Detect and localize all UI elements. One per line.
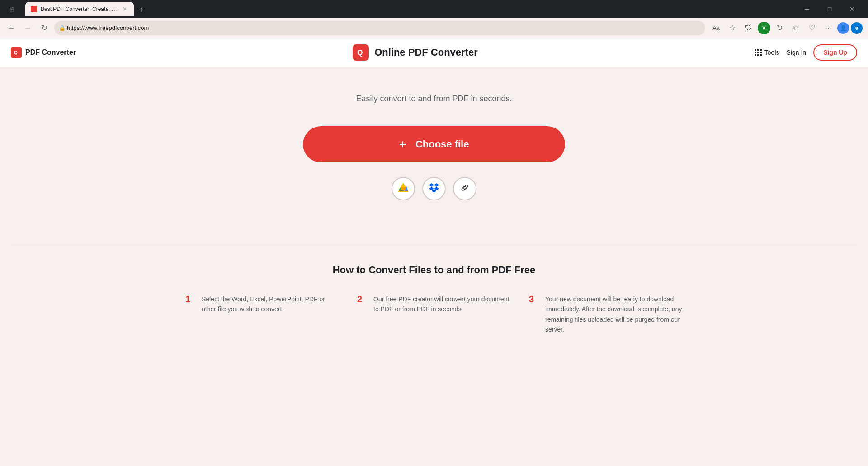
tagline: Easily convert to and from PDF in second… bbox=[356, 94, 512, 104]
refresh2-icon[interactable]: ↻ bbox=[772, 21, 787, 35]
tab-title: Best PDF Converter: Create, Com bbox=[41, 6, 118, 12]
close-button[interactable]: ✕ bbox=[842, 0, 863, 18]
step-1-number: 1 bbox=[185, 294, 194, 335]
logo-icon: Q bbox=[11, 47, 22, 58]
step-2: 2 Our free PDF creator will convert your… bbox=[357, 294, 511, 335]
upload-options bbox=[392, 177, 476, 200]
choose-file-label: Choose file bbox=[415, 138, 469, 150]
active-tab[interactable]: Best PDF Converter: Create, Com ✕ bbox=[25, 2, 134, 16]
tools-button[interactable]: Tools bbox=[755, 49, 779, 56]
logo-text: PDF Converter bbox=[25, 48, 76, 57]
link-icon bbox=[460, 183, 470, 195]
new-tab-button[interactable]: + bbox=[135, 4, 147, 16]
steps-section: How to Convert Files to and from PDF Fre… bbox=[185, 264, 683, 335]
step-3-text: Your new document will be ready to downl… bbox=[545, 294, 683, 335]
steps-grid: 1 Select the Word, Excel, PowerPoint, PD… bbox=[185, 294, 683, 335]
google-drive-button[interactable] bbox=[392, 177, 415, 200]
step-2-text: Our free PDF creator will convert your d… bbox=[373, 294, 511, 335]
toolbar-icons: Aa ☆ 🛡 V ↻ ⧉ ♡ ··· 👤 e bbox=[709, 21, 863, 35]
favorites-button[interactable]: ☆ bbox=[725, 21, 740, 35]
browser-chrome: ⊞ Best PDF Converter: Create, Com ✕ + ─ … bbox=[0, 0, 868, 18]
tools-label: Tools bbox=[764, 49, 779, 56]
tools-grid-icon bbox=[755, 49, 762, 56]
vpn-icon[interactable]: V bbox=[758, 22, 770, 34]
forward-button[interactable]: → bbox=[22, 22, 34, 34]
tab-favicon bbox=[31, 6, 37, 12]
sign-in-button[interactable]: Sign In bbox=[787, 49, 807, 56]
step-3-number: 3 bbox=[529, 294, 538, 335]
sign-up-button[interactable]: Sign Up bbox=[813, 44, 857, 61]
step-1-text: Select the Word, Excel, PowerPoint, PDF … bbox=[202, 294, 339, 335]
aa-button[interactable]: Aa bbox=[709, 21, 723, 35]
main-content: Easily convert to and from PDF in second… bbox=[0, 67, 868, 353]
splitscreen-icon[interactable]: ⧉ bbox=[788, 21, 803, 35]
site-logo[interactable]: Q PDF Converter bbox=[11, 47, 76, 58]
address-container: 🔒 bbox=[54, 21, 705, 35]
nav-logo-icon: Q bbox=[353, 44, 369, 61]
dropbox-icon bbox=[429, 182, 439, 195]
google-drive-icon bbox=[398, 183, 409, 195]
svg-text:Q: Q bbox=[14, 50, 18, 55]
tab-close-button[interactable]: ✕ bbox=[121, 5, 128, 13]
favorites2-icon[interactable]: ♡ bbox=[805, 21, 819, 35]
svg-text:Q: Q bbox=[357, 49, 363, 57]
browser-controls: ⊞ bbox=[5, 3, 18, 15]
minimize-button[interactable]: ─ bbox=[797, 0, 817, 18]
refresh-button[interactable]: ↻ bbox=[38, 22, 51, 34]
back-button[interactable]: ← bbox=[5, 22, 18, 34]
shield-icon[interactable]: 🛡 bbox=[741, 21, 756, 35]
site-actions: Tools Sign In Sign Up bbox=[755, 44, 857, 61]
plus-icon: + bbox=[399, 137, 406, 152]
dropbox-button[interactable] bbox=[422, 177, 446, 200]
edge-icon: e bbox=[851, 22, 863, 34]
lock-icon: 🔒 bbox=[59, 25, 66, 31]
profile-avatar[interactable]: 👤 bbox=[837, 22, 849, 34]
step-1: 1 Select the Word, Excel, PowerPoint, PD… bbox=[185, 294, 339, 335]
step-3: 3 Your new document will be ready to dow… bbox=[529, 294, 683, 335]
url-link-button[interactable] bbox=[453, 177, 476, 200]
steps-title: How to Convert Files to and from PDF Fre… bbox=[185, 264, 683, 276]
nav-title: Online PDF Converter bbox=[374, 47, 478, 58]
step-2-number: 2 bbox=[357, 294, 366, 335]
tab-bar: Best PDF Converter: Create, Com ✕ + bbox=[25, 2, 789, 16]
address-bar: ← → ↻ 🔒 Aa ☆ 🛡 V ↻ ⧉ ♡ ··· 👤 e bbox=[0, 18, 868, 38]
choose-file-button[interactable]: + Choose file bbox=[303, 126, 565, 162]
window-controls: ─ □ ✕ bbox=[797, 0, 863, 18]
maximize-button[interactable]: □ bbox=[819, 0, 840, 18]
separator bbox=[11, 246, 857, 246]
site-nav: Q Online PDF Converter bbox=[76, 44, 755, 61]
address-input[interactable] bbox=[54, 21, 705, 35]
site-header: Q PDF Converter Q Online PDF Converter T… bbox=[0, 38, 868, 67]
tab-page-icon-btn[interactable]: ⊞ bbox=[5, 3, 18, 15]
more-button[interactable]: ··· bbox=[821, 21, 835, 35]
